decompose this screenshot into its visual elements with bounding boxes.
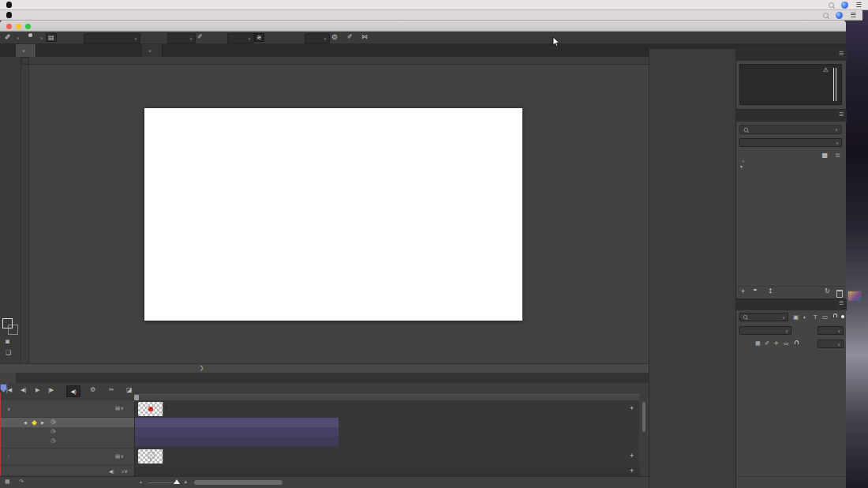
speaker-icon[interactable]: ◀) xyxy=(109,468,114,474)
photoshop-titlebar[interactable] xyxy=(0,21,846,32)
opacity-select[interactable]: ∨ xyxy=(167,33,196,43)
foreground-color-swatch[interactable] xyxy=(2,318,13,328)
vertical-guide[interactable] xyxy=(490,65,491,363)
warning-icon[interactable]: ⚠ xyxy=(823,66,829,73)
layer-filter-select[interactable]: ∨ xyxy=(739,313,788,321)
zoom-slider-thumb[interactable] xyxy=(174,479,180,484)
vertical-guide[interactable] xyxy=(509,65,510,363)
filter-shape-layers-icon[interactable]: ▭ xyxy=(822,313,828,321)
stopwatch-icon[interactable]: ◷ xyxy=(51,419,55,425)
filter-toggle-icon[interactable] xyxy=(841,315,844,318)
play-icon[interactable]: ▶ xyxy=(36,387,39,393)
audio-lane[interactable] xyxy=(135,467,640,476)
canvas-document[interactable] xyxy=(144,108,522,321)
tablet-pressure-size-icon[interactable]: ✐ xyxy=(347,33,353,40)
flow-select[interactable]: ∨ xyxy=(227,33,254,43)
property-row-transform[interactable]: ◀ ▶ ◷ xyxy=(0,418,134,427)
mode-select[interactable]: ∨ xyxy=(84,33,140,43)
siri-icon[interactable] xyxy=(841,2,848,9)
notification-center-icon[interactable]: ☰ xyxy=(850,11,856,19)
vertical-guide[interactable] xyxy=(181,65,182,363)
transition-icon[interactable]: ◪ xyxy=(126,386,133,393)
horizontal-guide[interactable] xyxy=(29,310,649,310)
work-area-end-handle[interactable] xyxy=(134,395,137,400)
horizontal-guide[interactable] xyxy=(29,299,649,300)
filter-adjustment-layers-icon[interactable]: ◐ xyxy=(803,313,807,321)
lock-paint-icon[interactable]: ✐ xyxy=(765,340,769,347)
property-row-opacity[interactable]: ◷ xyxy=(0,427,134,437)
horizontal-guide[interactable] xyxy=(29,129,649,130)
music-note-icon[interactable]: ♪∨ xyxy=(122,468,128,475)
grid-view-icon[interactable]: ▦ xyxy=(821,152,828,159)
track-header-dribbling-ball[interactable]: 〉 ▤∨ xyxy=(0,448,134,465)
spotlight-search-icon[interactable] xyxy=(823,13,829,18)
zoom-window-button[interactable] xyxy=(25,24,31,29)
library-select[interactable]: ∨ xyxy=(739,138,842,147)
timeline-settings-gear-icon[interactable]: ⚙ xyxy=(90,386,95,393)
toggle-brush-panel-icon[interactable]: ▤ xyxy=(46,33,57,42)
close-icon[interactable]: × xyxy=(22,48,25,54)
notification-center-icon[interactable]: ☰ xyxy=(855,1,862,9)
add-content-icon[interactable]: + xyxy=(741,287,745,295)
lock-transparent-icon[interactable]: ▦ xyxy=(755,340,761,347)
timeline-tab[interactable] xyxy=(0,373,16,383)
ruler-corner[interactable] xyxy=(21,57,29,65)
horizontal-guide[interactable] xyxy=(29,118,649,119)
stopwatch-icon[interactable]: ◷ xyxy=(51,437,55,444)
minimize-window-button[interactable] xyxy=(16,24,21,29)
timeline-clip-dribbling-ball[interactable]: 〉 xyxy=(138,449,628,464)
keyframe-nav-right-icon[interactable]: ▶ xyxy=(41,420,44,425)
stopwatch-icon[interactable]: ◷ xyxy=(51,428,55,434)
desktop-file-tag[interactable] xyxy=(847,245,864,253)
timeline-scrollbar[interactable] xyxy=(194,480,282,485)
brush-tool-icon[interactable]: ✐ xyxy=(5,33,11,41)
lock-move-icon[interactable]: ✛ xyxy=(774,340,779,347)
timeline-ruler[interactable] xyxy=(134,383,639,395)
view-by-type-select[interactable]: ∨ xyxy=(739,158,745,163)
fill-select[interactable]: ∨ xyxy=(817,340,844,348)
go-to-first-frame-icon[interactable]: |◀ xyxy=(6,387,12,393)
trash-icon[interactable] xyxy=(836,290,843,298)
paint-symmetry-icon[interactable]: ⋈ xyxy=(361,33,368,40)
tablet-pressure-opacity-icon[interactable]: ✐ xyxy=(197,33,203,40)
chevron-down-icon[interactable]: ∨ xyxy=(40,36,43,40)
list-view-icon[interactable]: ≣ xyxy=(835,152,840,159)
section-collapse-icon[interactable]: ▼ xyxy=(739,164,743,169)
add-audio-button[interactable]: + xyxy=(630,467,634,475)
property-row-style[interactable]: ◷ xyxy=(0,437,134,446)
spotlight-search-icon[interactable] xyxy=(829,2,834,8)
sync-icon[interactable]: ↻ xyxy=(825,287,830,295)
timeline-clip-layer2[interactable]: ∨ xyxy=(138,402,628,416)
filter-pixel-layers-icon[interactable]: ▣ xyxy=(793,313,799,321)
blend-mode-select[interactable]: ∨ xyxy=(739,326,791,335)
clip-options-icon[interactable]: ▤∨ xyxy=(115,453,124,460)
status-options-chevron-icon[interactable]: ❯ xyxy=(200,365,204,371)
timeline-vertical-scrollbar[interactable] xyxy=(642,402,645,432)
clip-options-icon[interactable]: ▤∨ xyxy=(115,405,124,411)
keyframe-nav-left-icon[interactable]: ◀ xyxy=(24,420,27,425)
add-media-button[interactable]: + xyxy=(630,452,634,460)
siri-icon[interactable] xyxy=(836,12,843,19)
keyframe-nav-diamond-icon[interactable] xyxy=(32,420,37,426)
collapse-chevron-icon[interactable]: ∨ xyxy=(7,406,10,411)
apple-menu-icon[interactable] xyxy=(6,2,12,8)
smoothing-options-gear-icon[interactable]: ⚙ xyxy=(331,33,338,41)
libraries-search-input[interactable]: ∨ xyxy=(739,125,842,134)
panel-menu-icon[interactable]: ☰ xyxy=(839,111,844,118)
vertical-guide[interactable] xyxy=(163,65,164,363)
expand-chevron-icon[interactable]: 〉 xyxy=(7,453,12,460)
lock-artboard-icon[interactable]: ▭ xyxy=(784,340,789,347)
horizontal-ruler[interactable] xyxy=(21,57,649,65)
close-window-button[interactable] xyxy=(6,24,12,29)
next-frame-icon[interactable]: |▶ xyxy=(48,387,54,393)
panel-menu-icon[interactable]: ☰ xyxy=(839,51,844,57)
keyframe-lane-transform[interactable] xyxy=(135,418,339,427)
convert-to-frame-animation-icon[interactable]: ▦ xyxy=(5,479,10,485)
track-header-layer2[interactable]: ∨ ▤∨ xyxy=(0,400,134,418)
smoothing-select[interactable]: ∨ xyxy=(305,33,330,43)
airbrush-icon[interactable]: ≋ xyxy=(254,33,264,42)
quick-mask-button[interactable]: ◙ xyxy=(6,338,9,345)
timeline-zoom-slider[interactable] xyxy=(148,482,175,483)
apple-menu-icon[interactable] xyxy=(6,12,12,18)
vertical-ruler[interactable] xyxy=(21,65,29,363)
